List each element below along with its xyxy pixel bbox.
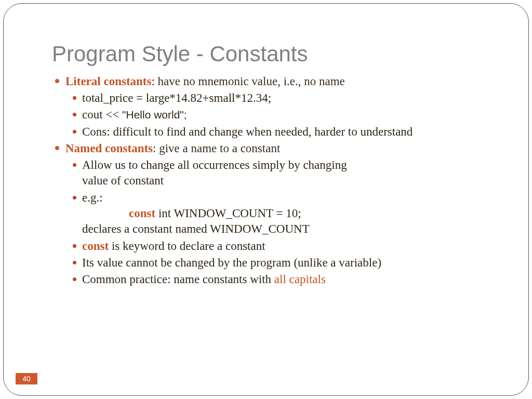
cout-quote: "Hello world"; <box>122 109 187 121</box>
const-keyword: const <box>129 207 155 220</box>
heading-literal: Literal constants <box>65 75 151 88</box>
eg-code-rest: int WINDOW_COUNT = 10; <box>155 207 301 220</box>
slide-title: Program Style - Constants <box>52 42 496 66</box>
practice-all-caps: all capitals <box>274 273 326 286</box>
sub-allow-change: Allow us to change all occurrences simpl… <box>82 157 352 189</box>
bullet-named-constants: Named constants: give a name to a consta… <box>65 141 496 288</box>
heading-named-tail: : give a name to a constant <box>153 142 280 155</box>
eg-declares: declares a constant named WINDOW_COUNT <box>82 222 310 235</box>
const-keyword-2: const <box>82 240 109 252</box>
cout-pre: cout << <box>82 108 122 121</box>
sub-example: e.g.: const int WINDOW_COUNT = 10; decla… <box>82 190 496 237</box>
bullet-literal-constants: Literal constants: have no mnemonic valu… <box>65 74 496 140</box>
sub-cons: Cons: difficult to find and change when … <box>82 124 496 140</box>
sub-list-named: Allow us to change all occurrences simpl… <box>65 157 496 288</box>
sub-common-practice: Common practice: name constants with all… <box>82 272 496 287</box>
practice-pre: Common practice: name constants with <box>82 273 274 286</box>
eg-code: const int WINDOW_COUNT = 10; <box>82 206 496 221</box>
sub-cannot-change: Its value cannot be changed by the progr… <box>82 255 496 271</box>
eg-label: e.g.: <box>82 191 103 204</box>
const-keyword-rest: is keyword to declare a constant <box>109 240 265 252</box>
bullet-list: Literal constants: have no mnemonic valu… <box>52 74 496 288</box>
slide-content: Program Style - Constants Literal consta… <box>52 42 496 289</box>
sub-const-keyword: const is keyword to declare a constant <box>82 238 496 254</box>
sub-cout: cout << "Hello world"; <box>82 107 496 123</box>
heading-named: Named constants <box>65 142 153 155</box>
heading-literal-tail: : have no mnemonic value, i.e., no name <box>151 75 344 88</box>
page-number-badge: 40 <box>16 373 37 384</box>
sub-list-literal: total_price = large*14.82+small*12.34; c… <box>65 90 496 140</box>
sub-total-price: total_price = large*14.82+small*12.34; <box>82 90 496 106</box>
